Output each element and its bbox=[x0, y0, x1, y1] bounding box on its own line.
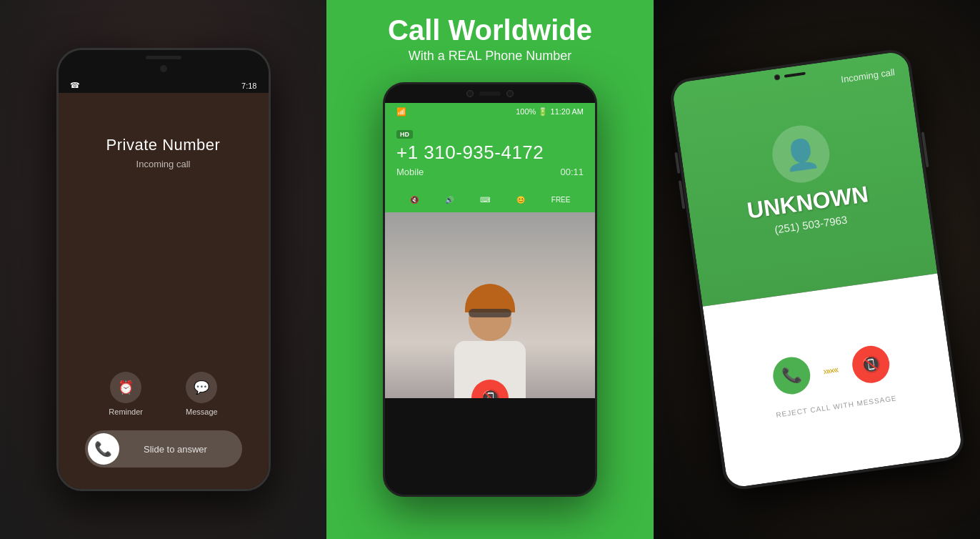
keypad-icon: ⌨ bbox=[480, 196, 490, 204]
panel-call-worldwide: Call Worldwide With a REAL Phone Number … bbox=[326, 0, 654, 539]
call-duration: 00:11 bbox=[560, 167, 584, 177]
incoming-call-screen: Private Number Incoming call ⏰ Reminder … bbox=[59, 93, 269, 489]
call-info-area: HD +1 310-935-4172 Mobile 00:11 bbox=[385, 121, 595, 187]
battery-time: 100% 🔋 11:20 AM bbox=[516, 107, 584, 117]
calling-number: +1 310-935-4172 bbox=[396, 142, 584, 164]
message-icon: 💬 bbox=[186, 372, 217, 403]
phone3-actions-area: 📞 📵 REJECT CALL WITH MESSAGE bbox=[702, 273, 963, 488]
phone3-incoming-label: Incoming call bbox=[840, 66, 895, 84]
phone3-call-area: Incoming call 👤 UNKNOWN (251) 503-7963 bbox=[671, 51, 937, 307]
accept-icon: 📞 bbox=[781, 365, 802, 386]
person-hair bbox=[465, 284, 515, 312]
end-call-icon: 📵 bbox=[481, 389, 500, 398]
active-call-ui: 📶 100% 🔋 11:20 AM HD +1 310-935-4172 Mob… bbox=[385, 103, 595, 212]
reminder-action[interactable]: ⏰ Reminder bbox=[109, 372, 143, 416]
lens-dot-left bbox=[466, 90, 474, 97]
phone2-top-area bbox=[385, 84, 595, 103]
phone3-speaker bbox=[784, 72, 805, 78]
decline-call-button[interactable]: 📵 bbox=[849, 343, 891, 385]
hd-badge: HD bbox=[396, 130, 413, 139]
free-label: FREE bbox=[551, 196, 571, 204]
call-type-label: Mobile bbox=[396, 167, 424, 177]
speaker-icon: 🔊 bbox=[445, 196, 454, 204]
phone3-camera bbox=[774, 74, 780, 81]
speaker-grill bbox=[146, 56, 181, 59]
power-button bbox=[269, 136, 271, 172]
unknown-caller-name: UNKNOWN bbox=[745, 182, 869, 224]
quick-action-icons: ⏰ Reminder 💬 Message bbox=[109, 372, 217, 416]
call-controls: 🔇 🔊 ⌨ 😊 FREE bbox=[385, 187, 595, 212]
status-right-time: 7:18 bbox=[241, 81, 256, 90]
phone-top-area bbox=[59, 50, 269, 78]
person-head bbox=[469, 298, 511, 341]
caller-name-display: Private Number bbox=[106, 136, 221, 154]
mute-icon: 🔇 bbox=[410, 196, 419, 204]
speaker-button[interactable]: 🔊 bbox=[445, 196, 454, 204]
call-worldwide-subtitle: With a REAL Phone Number bbox=[388, 49, 592, 64]
slide-text: Slide to answer bbox=[119, 444, 239, 455]
volume-up-button bbox=[56, 122, 58, 143]
lens-dot-right bbox=[506, 90, 514, 97]
free-text: FREE bbox=[551, 196, 571, 204]
wifi-signal-icon: 📶 bbox=[396, 107, 406, 117]
phone3-camera-area bbox=[774, 71, 806, 81]
panel-unknown-caller: Incoming call 👤 UNKNOWN (251) 503-7963 📞 bbox=[654, 0, 980, 539]
decline-icon: 📵 bbox=[860, 354, 881, 375]
message-label: Message bbox=[186, 407, 218, 416]
front-camera bbox=[160, 65, 167, 72]
status-left-icons: ☎ bbox=[70, 81, 80, 90]
incoming-call-label: Incoming call bbox=[136, 159, 191, 169]
person-glasses bbox=[469, 309, 511, 317]
accept-call-button[interactable]: 📞 bbox=[770, 355, 812, 397]
person-silhouette-icon: 👤 bbox=[781, 135, 821, 174]
reminder-label: Reminder bbox=[109, 407, 143, 416]
phone-device-2: 📶 100% 🔋 11:20 AM HD +1 310-935-4172 Mob… bbox=[383, 82, 597, 497]
mute-button[interactable]: 🔇 bbox=[410, 196, 419, 204]
slide-answer-button[interactable]: 📞 bbox=[88, 433, 119, 465]
call-worldwide-title: Call Worldwide bbox=[388, 14, 592, 46]
volume-down-button bbox=[56, 150, 58, 179]
call-details-row: Mobile 00:11 bbox=[396, 167, 584, 177]
reminder-icon: ⏰ bbox=[110, 372, 141, 403]
keypad-button[interactable]: ⌨ bbox=[480, 196, 490, 204]
phone-device-1: ☎ 7:18 Private Number Incoming call ⏰ Re… bbox=[56, 48, 271, 491]
status-bar: ☎ 7:18 bbox=[59, 78, 269, 93]
person-background bbox=[385, 212, 595, 398]
emoji-icon: 😊 bbox=[516, 196, 525, 204]
message-action[interactable]: 💬 Message bbox=[186, 372, 218, 416]
emoji-button[interactable]: 😊 bbox=[516, 196, 525, 204]
caller-avatar: 👤 bbox=[769, 122, 833, 187]
phone-icon: 📞 bbox=[94, 440, 112, 458]
caller-photo-area: 📵 bbox=[385, 212, 595, 398]
slide-to-answer-bar[interactable]: 📞 Slide to answer bbox=[85, 430, 242, 468]
reject-with-message[interactable]: REJECT CALL WITH MESSAGE bbox=[775, 394, 897, 419]
phone-bottom-strip bbox=[385, 398, 595, 420]
panel2-header: Call Worldwide With a REAL Phone Number bbox=[388, 0, 592, 75]
call-action-buttons: 📞 📵 bbox=[725, 337, 936, 402]
panel-incoming-call: ☎ 7:18 Private Number Incoming call ⏰ Re… bbox=[0, 0, 326, 539]
phone2-status-bar: 📶 100% 🔋 11:20 AM bbox=[385, 103, 595, 121]
speaker-bar bbox=[479, 92, 501, 96]
